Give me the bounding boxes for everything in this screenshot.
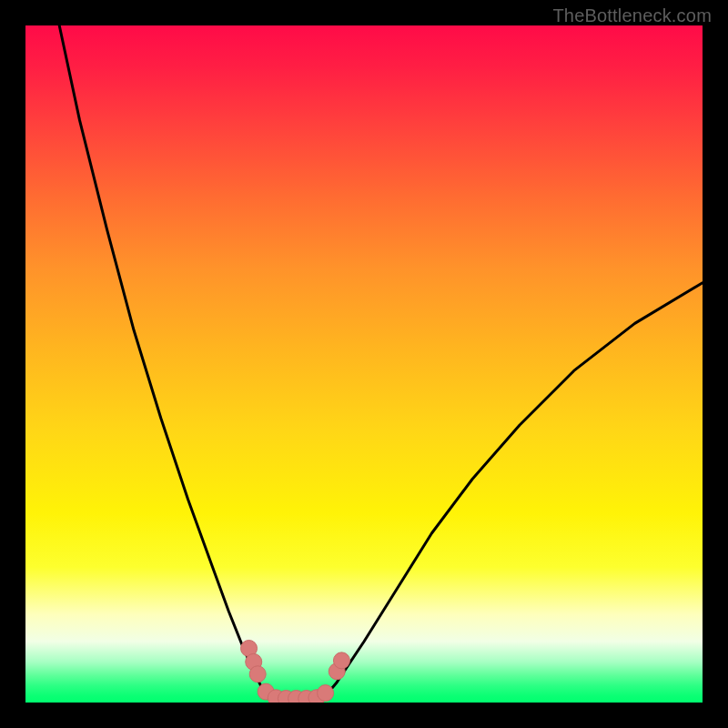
- curve-layer: [25, 25, 703, 703]
- plot-area: [25, 25, 703, 703]
- bottleneck-curve: [59, 25, 703, 701]
- curve-marker: [249, 666, 266, 682]
- curve-marker: [333, 652, 349, 669]
- watermark-text: TheBottleneck.com: [552, 5, 712, 26]
- chart-frame: TheBottleneck.com: [0, 0, 728, 728]
- curve-markers: [241, 640, 350, 703]
- curve-marker: [318, 685, 334, 702]
- bottleneck-line: [59, 25, 703, 701]
